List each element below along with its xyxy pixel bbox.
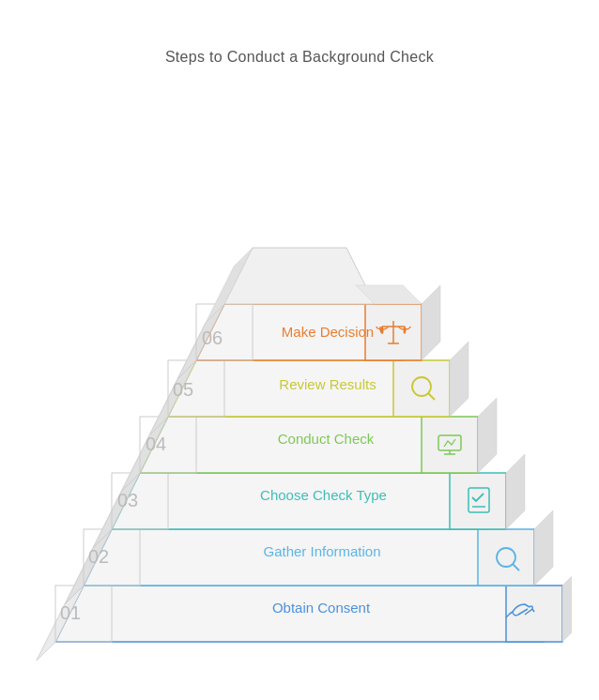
svg-marker-24: [450, 342, 468, 417]
svg-marker-4: [562, 567, 572, 642]
svg-marker-6: [84, 529, 515, 586]
svg-marker-19: [478, 398, 497, 473]
svg-rect-18: [422, 417, 478, 473]
svg-marker-9: [534, 510, 553, 586]
page-title: Steps to Conduct a Background Check: [165, 49, 434, 66]
pyramid-chart: 06 Make Decision 05 Review Results 04 Co…: [27, 88, 572, 661]
svg-marker-0: [55, 586, 544, 642]
svg-rect-23: [393, 360, 450, 417]
svg-marker-16: [140, 417, 459, 473]
svg-rect-3: [506, 586, 562, 642]
page-container: Steps to Conduct a Background Check: [0, 30, 599, 670]
svg-marker-21: [168, 360, 431, 417]
svg-rect-8: [478, 529, 534, 586]
svg-marker-14: [506, 454, 525, 529]
svg-marker-29: [422, 285, 440, 360]
svg-rect-13: [450, 473, 506, 529]
